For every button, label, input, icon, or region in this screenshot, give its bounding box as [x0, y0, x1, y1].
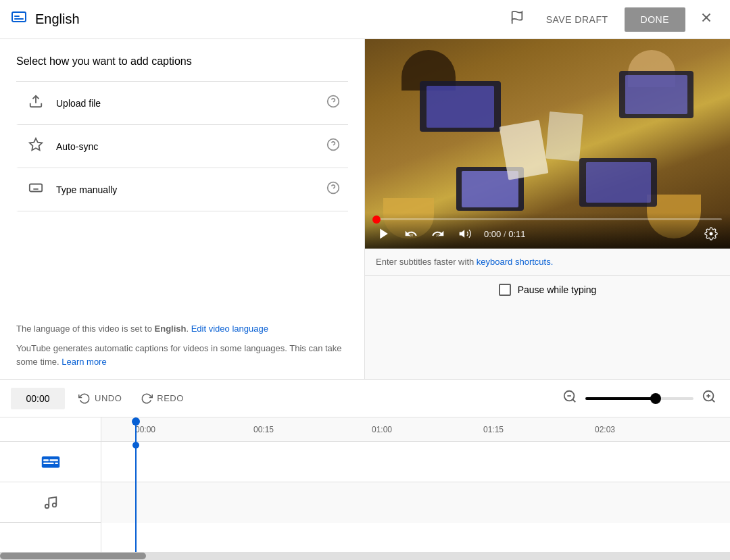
autosync-option[interactable]: Auto-sync: [16, 125, 348, 168]
upload-help-icon[interactable]: [326, 95, 340, 111]
undo-button[interactable]: UNDO: [73, 387, 127, 410]
svg-rect-29: [43, 462, 54, 463]
right-panel: 10 10 0:00 / 0:11: [365, 39, 730, 379]
upload-icon: [26, 94, 45, 112]
svg-text:10: 10: [436, 233, 440, 237]
rewind-button[interactable]: 10: [400, 226, 422, 242]
pause-while-typing: Pause while typing: [488, 276, 608, 304]
language-info: The language of this video is set to Eng…: [16, 306, 348, 369]
zoom-slider[interactable]: [585, 397, 694, 400]
pause-typing-checkbox[interactable]: [499, 284, 511, 296]
music-track[interactable]: [101, 482, 730, 523]
timeline-tracks: [101, 442, 730, 552]
language-bold: English: [155, 324, 187, 334]
learn-more-link[interactable]: Learn more: [62, 357, 106, 367]
progress-dot: [372, 215, 381, 224]
playhead: [135, 417, 137, 552]
close-button[interactable]: [694, 5, 719, 34]
save-draft-button[interactable]: SAVE DRAFT: [538, 9, 616, 30]
timeline-header: 00:00 00:15 01:00 01:15 02:03: [101, 417, 730, 442]
volume-button[interactable]: [454, 226, 476, 242]
svg-point-31: [45, 504, 49, 508]
header-actions: SAVE DRAFT DONE: [504, 5, 719, 34]
keyboard-shortcuts-link[interactable]: keyboard shortcuts.: [477, 257, 553, 267]
caption-options: Upload file Auto-sync: [16, 81, 348, 211]
time-marker-4: 02:03: [595, 425, 615, 434]
upload-file-option[interactable]: Upload file: [16, 82, 348, 125]
scrollbar-area[interactable]: [0, 552, 730, 560]
autosync-left: Auto-sync: [26, 137, 98, 155]
timeline-scrollable: 00:00 00:15 01:00 01:15 02:03: [101, 417, 730, 552]
pause-typing-label: Pause while typing: [518, 284, 597, 295]
svg-rect-2: [14, 18, 24, 20]
timeline-area: 00:00 00:15 01:00 01:15 02:03: [0, 417, 730, 552]
settings-button[interactable]: [700, 226, 722, 242]
autosync-icon: [26, 137, 45, 155]
flag-button[interactable]: [504, 5, 530, 34]
progress-bar[interactable]: [373, 218, 722, 220]
zoom-slider-fill: [585, 397, 656, 400]
main-content: Select how you want to add captions Uplo…: [0, 39, 730, 379]
svg-rect-1: [14, 16, 20, 17]
svg-rect-28: [49, 459, 57, 461]
section-title: Select how you want to add captions: [16, 55, 348, 68]
type-manually-left: Type manually: [26, 180, 117, 199]
upload-file-label: Upload file: [56, 98, 101, 109]
auto-caption-text: YouTube generates automatic captions for…: [16, 342, 348, 368]
total-time: 0:11: [508, 229, 525, 239]
caption-track[interactable]: [101, 442, 730, 482]
zoom-controls: [560, 386, 719, 410]
svg-point-32: [52, 503, 56, 507]
subtitles-hint: Enter subtitles faster with keyboard sho…: [365, 249, 730, 276]
type-manually-help-icon[interactable]: [326, 181, 340, 198]
svg-line-23: [712, 399, 714, 402]
time-marker-0: 00:00: [135, 425, 155, 434]
video-controls: 10 10 0:00 / 0:11: [365, 213, 730, 249]
zoom-out-button[interactable]: [560, 386, 580, 410]
svg-rect-12: [30, 184, 42, 192]
type-manually-label: Type manually: [56, 184, 117, 195]
music-track-label[interactable]: [0, 482, 101, 523]
subtitle-icon: [11, 9, 27, 29]
scrollbar-thumb[interactable]: [0, 553, 146, 559]
forward-button[interactable]: 10: [427, 226, 449, 242]
captions-track-label[interactable]: [0, 442, 101, 482]
page-title: English: [35, 11, 496, 27]
autosync-label: Auto-sync: [56, 141, 98, 152]
svg-text:10: 10: [410, 233, 414, 237]
svg-line-20: [573, 399, 575, 402]
svg-rect-30: [55, 462, 58, 463]
time-marker-3: 01:15: [483, 425, 504, 434]
time-marker-1: 00:15: [253, 425, 274, 434]
time-display: 0:00 / 0:11: [484, 229, 525, 239]
play-button[interactable]: [373, 226, 395, 242]
autosync-help-icon[interactable]: [326, 138, 340, 155]
left-panel: Select how you want to add captions Uplo…: [0, 39, 365, 379]
timeline-track-labels: [0, 417, 101, 552]
bottom-toolbar: UNDO REDO: [0, 379, 730, 417]
redo-button[interactable]: REDO: [135, 387, 189, 410]
svg-marker-9: [30, 138, 42, 150]
svg-marker-18: [460, 230, 465, 238]
time-input[interactable]: [11, 388, 65, 409]
current-time: 0:00: [484, 229, 501, 239]
svg-rect-26: [41, 456, 59, 467]
controls-row: 10 10 0:00 / 0:11: [373, 226, 722, 242]
zoom-in-button[interactable]: [699, 386, 719, 410]
keyboard-icon: [26, 180, 45, 199]
header: English SAVE DRAFT DONE: [0, 0, 730, 39]
language-text: The language of this video is set to Eng…: [16, 322, 348, 336]
svg-marker-15: [380, 229, 388, 239]
edit-language-link[interactable]: Edit video language: [191, 324, 268, 334]
time-marker-2: 01:00: [372, 425, 392, 434]
zoom-slider-thumb: [650, 393, 661, 404]
type-manually-option[interactable]: Type manually: [16, 168, 348, 211]
done-button[interactable]: DONE: [625, 7, 685, 32]
upload-file-left: Upload file: [26, 94, 101, 112]
video-container: 10 10 0:00 / 0:11: [365, 39, 730, 249]
svg-rect-27: [43, 459, 49, 461]
